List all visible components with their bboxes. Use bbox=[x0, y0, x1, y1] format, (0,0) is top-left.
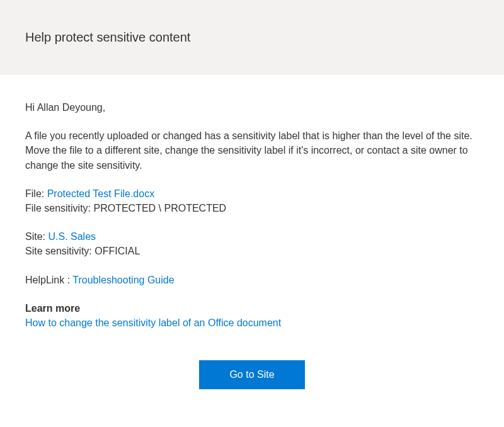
site-label: Site: bbox=[25, 231, 48, 242]
learn-more-heading: Learn more bbox=[25, 301, 479, 316]
learn-more-link[interactable]: How to change the sensitivity label of a… bbox=[25, 317, 281, 328]
description-text: A file you recently uploaded or changed … bbox=[25, 128, 479, 173]
site-link[interactable]: U.S. Sales bbox=[48, 231, 96, 242]
help-link-label: HelpLink : bbox=[25, 275, 72, 285]
site-sensitivity-label: Site sensitivity: bbox=[25, 246, 94, 256]
site-sensitivity-value: OFFICIAL bbox=[94, 246, 140, 256]
page-title: Help protect sensitive content bbox=[25, 30, 479, 45]
site-sensitivity-line: Site sensitivity: OFFICIAL bbox=[25, 244, 479, 258]
file-sensitivity-line: File sensitivity: PROTECTED \ PROTECTED bbox=[25, 201, 479, 215]
file-link[interactable]: Protected Test File.docx bbox=[47, 188, 154, 199]
body-content: Hi Allan Deyoung, A file you recently up… bbox=[0, 75, 504, 356]
file-label: File: bbox=[25, 188, 47, 199]
file-sensitivity-label: File sensitivity: bbox=[25, 203, 93, 214]
learn-more-line: How to change the sensitivity label of a… bbox=[25, 316, 479, 330]
file-line: File: Protected Test File.docx bbox=[25, 186, 479, 201]
help-link-line: HelpLink : Troubleshooting Guide bbox=[25, 273, 479, 287]
header: Help protect sensitive content bbox=[0, 0, 504, 75]
help-link-block: HelpLink : Troubleshooting Guide bbox=[25, 273, 479, 287]
learn-more-block: Learn more How to change the sensitivity… bbox=[25, 301, 479, 330]
site-info-block: Site: U.S. Sales Site sensitivity: OFFIC… bbox=[25, 229, 479, 258]
greeting-text: Hi Allan Deyoung, bbox=[25, 100, 479, 115]
file-info-block: File: Protected Test File.docx File sens… bbox=[25, 186, 479, 215]
go-to-site-button[interactable]: Go to Site bbox=[199, 360, 304, 389]
file-sensitivity-value: PROTECTED \ PROTECTED bbox=[93, 203, 226, 214]
help-link[interactable]: Troubleshooting Guide bbox=[72, 275, 174, 285]
site-line: Site: U.S. Sales bbox=[25, 229, 479, 244]
button-row: Go to Site bbox=[0, 356, 504, 402]
